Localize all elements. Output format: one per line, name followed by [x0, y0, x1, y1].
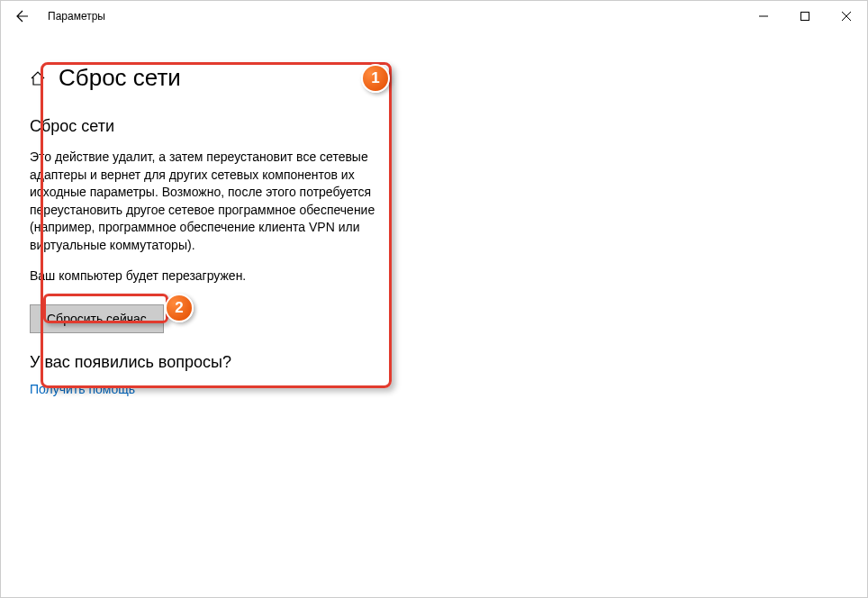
reset-now-button[interactable]: Сбросить сейчас: [30, 304, 164, 333]
maximize-icon: [800, 12, 809, 21]
svg-rect-1: [801, 13, 809, 21]
back-button[interactable]: [14, 7, 32, 25]
help-section-title: У вас появились вопросы?: [30, 353, 838, 372]
window-controls: [743, 1, 867, 32]
section-description: Это действие удалит, а затем переустанов…: [30, 149, 381, 255]
titlebar-left: Параметры: [14, 7, 105, 25]
back-arrow-icon: [15, 9, 30, 23]
page-header: Сброс сети: [30, 64, 838, 92]
settings-window: Параметры: [0, 0, 868, 598]
maximize-button[interactable]: [784, 1, 826, 32]
home-button[interactable]: [30, 70, 46, 86]
section-title: Сброс сети: [30, 117, 838, 136]
close-button[interactable]: [826, 1, 867, 32]
minimize-icon: [759, 12, 768, 21]
titlebar: Параметры: [1, 1, 867, 32]
window-title: Параметры: [48, 10, 105, 23]
minimize-button[interactable]: [743, 1, 784, 32]
close-icon: [842, 12, 851, 21]
get-help-link[interactable]: Получить помощь: [30, 382, 135, 396]
page-title: Сброс сети: [59, 64, 181, 92]
restart-notice: Ваш компьютер будет перезагружен.: [30, 267, 381, 285]
home-icon: [30, 70, 46, 86]
content-area: Сброс сети Сброс сети Это действие удали…: [1, 32, 867, 413]
